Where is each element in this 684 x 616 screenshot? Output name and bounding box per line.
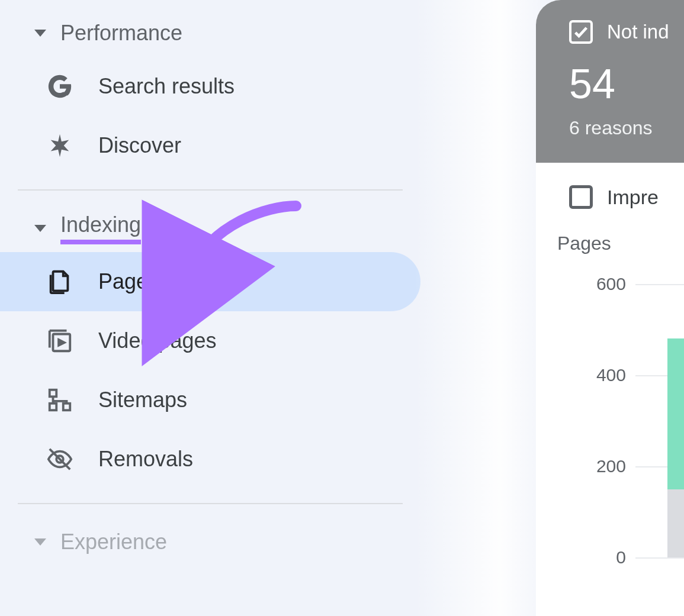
sidebar-item-label: Search results — [98, 74, 235, 99]
not-indexed-label: Not ind — [607, 21, 669, 43]
section-label: Performance — [60, 21, 182, 46]
fade-overlay — [415, 0, 557, 616]
google-g-icon — [46, 73, 73, 100]
asterisk-icon — [46, 132, 73, 159]
card-not-indexed[interactable]: Not ind 54 6 reasons — [536, 0, 684, 163]
sidebar-item-label: Video pages — [98, 328, 217, 353]
svg-rect-1 — [50, 390, 57, 397]
section-header-indexing[interactable]: Indexing — [0, 205, 420, 252]
sidebar-item-label: Pages — [98, 269, 159, 294]
svg-rect-2 — [63, 404, 70, 411]
gridline — [635, 284, 684, 285]
checkbox-impressions[interactable] — [569, 185, 593, 209]
sidebar-item-video-pages[interactable]: Video pages — [0, 311, 420, 370]
video-pages-icon — [46, 327, 73, 354]
sidebar-item-label: Discover — [98, 133, 181, 158]
divider — [18, 503, 403, 504]
sidebar-item-removals[interactable]: Removals — [0, 430, 420, 489]
gridline — [635, 557, 684, 559]
section-label: Indexing — [60, 212, 141, 244]
section-label: Experience — [60, 530, 167, 554]
sidebar-item-pages[interactable]: Pages — [0, 252, 420, 311]
y-tick: 0 — [616, 547, 626, 567]
y-tick: 400 — [596, 365, 626, 385]
section-header-performance[interactable]: Performance — [0, 9, 420, 57]
not-indexed-subtext: 6 reasons — [569, 117, 684, 139]
chart-pages-over-time: Pages 600 400 200 0 — [536, 209, 684, 562]
card-impressions[interactable]: Impre — [536, 163, 684, 209]
pages-icon — [46, 268, 73, 295]
content-panel: Not ind 54 6 reasons Impre Pages 600 400… — [536, 0, 684, 616]
sitemap-icon — [46, 386, 73, 414]
divider — [18, 189, 403, 191]
chevron-down-icon — [34, 538, 46, 546]
sidebar-item-label: Sitemaps — [98, 388, 187, 412]
bar-not-indexed — [667, 489, 684, 557]
section-header-experience[interactable]: Experience — [0, 518, 420, 566]
sidebar-item-label: Removals — [98, 447, 193, 472]
visibility-off-icon — [46, 446, 73, 473]
chart: 600 400 200 0 — [557, 266, 684, 562]
svg-rect-3 — [50, 404, 57, 411]
impressions-label: Impre — [607, 186, 659, 209]
sidebar-item-discover[interactable]: Discover — [0, 116, 420, 175]
chevron-down-icon — [34, 30, 46, 37]
sidebar-item-sitemaps[interactable]: Sitemaps — [0, 370, 420, 430]
y-tick: 600 — [596, 274, 626, 294]
y-tick: 200 — [596, 456, 626, 476]
chevron-down-icon — [34, 225, 46, 232]
sidebar: Performance Search results Discover — [0, 0, 420, 616]
not-indexed-count: 54 — [569, 60, 684, 108]
checkbox-not-indexed[interactable] — [569, 20, 593, 44]
chart-title: Pages — [557, 233, 684, 254]
sidebar-item-search-results[interactable]: Search results — [0, 57, 420, 116]
